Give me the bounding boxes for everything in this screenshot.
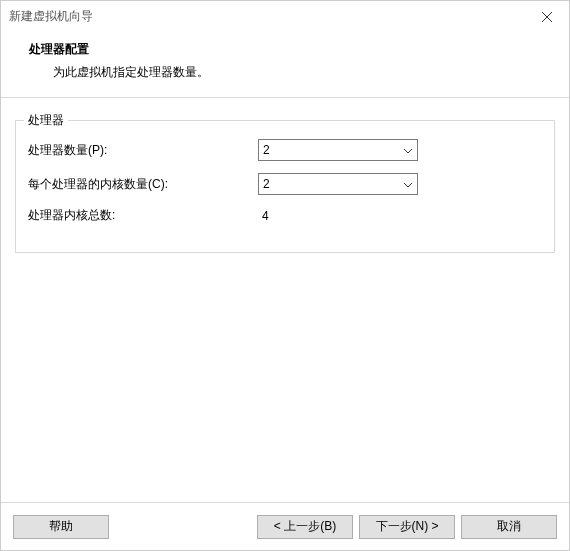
row-total-cores: 处理器内核总数: 4 xyxy=(28,207,542,224)
page-subtitle: 为此虚拟机指定处理器数量。 xyxy=(53,64,547,81)
chevron-down-icon xyxy=(399,179,417,190)
processors-group: 处理器 处理器数量(P): 2 每个处理器的内核数量(C): 2 xyxy=(15,120,555,253)
label-processor-count: 处理器数量(P): xyxy=(28,142,258,159)
wizard-window: 新建虚拟机向导 处理器配置 为此虚拟机指定处理器数量。 处理器 处理器数量(P)… xyxy=(0,0,570,551)
wizard-header: 处理器配置 为此虚拟机指定处理器数量。 xyxy=(1,31,569,97)
chevron-down-icon xyxy=(399,145,417,156)
select-cores-per-processor[interactable]: 2 xyxy=(258,173,418,195)
label-total-cores: 处理器内核总数: xyxy=(28,207,258,224)
button-bar: 帮助 < 上一步(B) 下一步(N) > 取消 xyxy=(1,502,569,550)
close-button[interactable] xyxy=(524,1,569,31)
row-cores-per-processor: 每个处理器的内核数量(C): 2 xyxy=(28,173,542,195)
content-area: 处理器 处理器数量(P): 2 每个处理器的内核数量(C): 2 xyxy=(1,98,569,253)
row-processor-count: 处理器数量(P): 2 xyxy=(28,139,542,161)
cancel-button[interactable]: 取消 xyxy=(461,515,557,539)
titlebar: 新建虚拟机向导 xyxy=(1,1,569,31)
select-processor-count-value: 2 xyxy=(263,143,399,157)
back-button[interactable]: < 上一步(B) xyxy=(257,515,353,539)
next-button[interactable]: 下一步(N) > xyxy=(359,515,455,539)
select-processor-count[interactable]: 2 xyxy=(258,139,418,161)
close-icon xyxy=(542,12,552,22)
label-cores-per-processor: 每个处理器的内核数量(C): xyxy=(28,176,258,193)
page-title: 处理器配置 xyxy=(29,41,547,58)
processors-group-legend: 处理器 xyxy=(24,112,68,129)
select-cores-per-processor-value: 2 xyxy=(263,177,399,191)
window-title: 新建虚拟机向导 xyxy=(9,9,93,23)
value-total-cores: 4 xyxy=(258,209,269,223)
help-button[interactable]: 帮助 xyxy=(13,515,109,539)
